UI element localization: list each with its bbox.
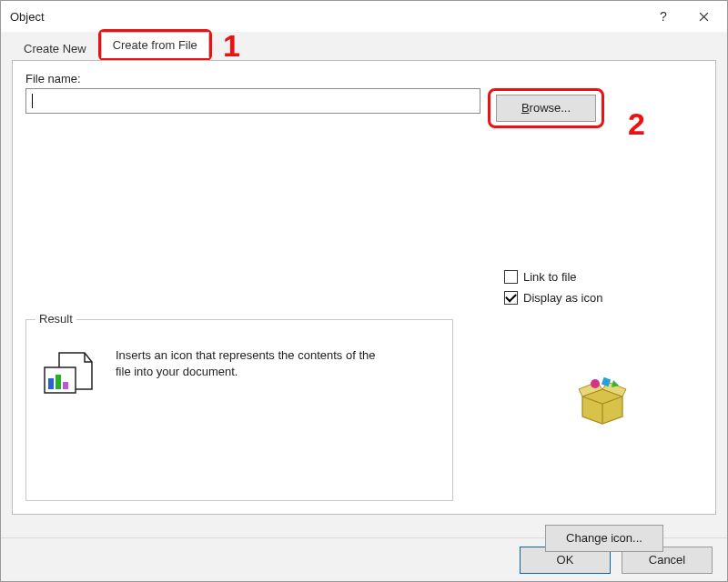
options-checkboxes: Link to file Display as icon <box>504 270 602 305</box>
close-button[interactable] <box>683 3 723 30</box>
help-button[interactable]: ? <box>643 3 683 30</box>
svg-rect-5 <box>56 375 61 389</box>
result-legend: Result <box>35 312 76 326</box>
tab-create-from-file-label: Create from File <box>113 38 197 52</box>
file-name-label: File name: <box>25 72 703 85</box>
link-to-file-checkbox[interactable] <box>504 270 518 284</box>
file-name-input[interactable] <box>25 88 480 114</box>
close-icon <box>699 12 709 22</box>
package-icon <box>575 375 630 428</box>
display-as-icon-checkbox[interactable] <box>504 291 518 305</box>
text-caret <box>32 94 33 108</box>
link-to-file-row[interactable]: Link to file <box>504 270 602 284</box>
titlebar: Object ? <box>1 1 727 32</box>
embed-file-icon <box>39 336 103 405</box>
annotation-1-box: Create from File <box>98 29 212 61</box>
annotation-2-box: Browse... <box>488 88 604 128</box>
change-icon-button[interactable]: Change icon... <box>545 525 663 552</box>
dialog-body: Create New Create from File 1 File name:… <box>1 32 727 537</box>
tabstrip: Create New Create from File <box>5 32 723 61</box>
svg-point-11 <box>591 379 600 388</box>
dialog-title: Object <box>10 10 45 24</box>
change-icon-wrap: Change icon... <box>545 525 663 552</box>
svg-rect-6 <box>63 382 68 389</box>
tab-create-new-label: Create New <box>24 42 86 55</box>
tab-panel-create-from-file: File name: Browse... 2 Link t <box>12 60 716 515</box>
display-as-icon-row[interactable]: Display as icon <box>504 291 602 305</box>
browse-button[interactable]: Browse... <box>496 95 596 122</box>
result-group: Result Insert <box>25 319 453 501</box>
result-description: Inserts an icon that represents the cont… <box>116 336 389 380</box>
svg-rect-4 <box>48 378 54 389</box>
tab-create-from-file[interactable]: Create from File <box>101 32 209 58</box>
link-to-file-label: Link to file <box>523 270 577 284</box>
object-dialog: Object ? Create New Create from File 1 <box>0 0 728 582</box>
tab-create-new[interactable]: Create New <box>12 35 98 61</box>
file-row: Browse... <box>25 88 703 128</box>
display-as-icon-label: Display as icon <box>523 291 602 305</box>
